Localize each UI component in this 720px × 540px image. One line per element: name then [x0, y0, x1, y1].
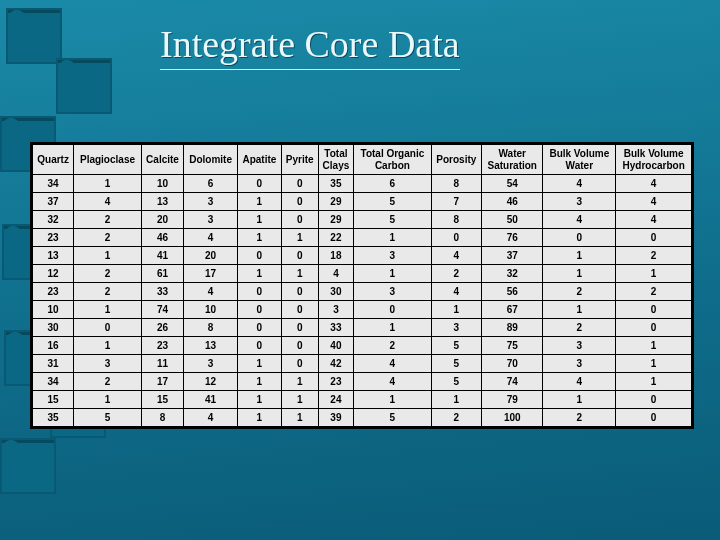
column-header: Plagioclase: [74, 145, 142, 175]
table-cell: 2: [543, 409, 616, 427]
table-cell: 3: [543, 355, 616, 373]
table-cell: 3: [354, 247, 431, 265]
table-cell: 26: [141, 319, 184, 337]
table-cell: 23: [33, 229, 74, 247]
table-cell: 3: [354, 283, 431, 301]
table-cell: 41: [141, 247, 184, 265]
table-cell: 4: [616, 175, 692, 193]
table-cell: 1: [237, 355, 281, 373]
table-cell: 29: [318, 211, 354, 229]
table-cell: 4: [543, 175, 616, 193]
table-cell: 1: [74, 301, 142, 319]
table-cell: 8: [184, 319, 238, 337]
table-cell: 30: [33, 319, 74, 337]
table-cell: 2: [431, 409, 482, 427]
table-cell: 5: [354, 211, 431, 229]
table-cell: 54: [482, 175, 543, 193]
table-cell: 0: [237, 337, 281, 355]
table-cell: 50: [482, 211, 543, 229]
table-cell: 1: [74, 391, 142, 409]
table-cell: 32: [482, 265, 543, 283]
table-cell: 32: [33, 211, 74, 229]
table-cell: 4: [431, 247, 482, 265]
table-cell: 29: [318, 193, 354, 211]
table-row: 1226117114123211: [33, 265, 692, 283]
table-cell: 75: [482, 337, 543, 355]
column-header: WaterSaturation: [482, 145, 543, 175]
table-cell: 22: [318, 229, 354, 247]
table-row: 16123130040257531: [33, 337, 692, 355]
table-cell: 0: [281, 247, 318, 265]
table-cell: 23: [141, 337, 184, 355]
page-title-text: Integrate Core Data: [160, 23, 460, 70]
table-cell: 100: [482, 409, 543, 427]
table-cell: 6: [184, 175, 238, 193]
table-cell: 5: [74, 409, 142, 427]
table-cell: 0: [281, 193, 318, 211]
table-row: 34217121123457441: [33, 373, 692, 391]
table-cell: 3: [318, 301, 354, 319]
table-cell: 1: [237, 409, 281, 427]
table-cell: 1: [431, 391, 482, 409]
table-cell: 37: [33, 193, 74, 211]
table-row: 2323340030345622: [33, 283, 692, 301]
table-cell: 67: [482, 301, 543, 319]
table-cell: 5: [354, 193, 431, 211]
table-cell: 0: [74, 319, 142, 337]
table-cell: 3: [184, 211, 238, 229]
table-cell: 4: [616, 211, 692, 229]
table-cell: 0: [431, 229, 482, 247]
table-cell: 0: [543, 229, 616, 247]
column-header: Calcite: [141, 145, 184, 175]
table-cell: 89: [482, 319, 543, 337]
table-cell: 0: [616, 391, 692, 409]
table-cell: 1: [616, 265, 692, 283]
table-cell: 4: [543, 211, 616, 229]
table-cell: 5: [431, 373, 482, 391]
table-row: 3558411395210020: [33, 409, 692, 427]
table-row: 13141200018343712: [33, 247, 692, 265]
table-cell: 4: [74, 193, 142, 211]
table-cell: 1: [354, 391, 431, 409]
table-cell: 4: [184, 229, 238, 247]
table-cell: 2: [74, 229, 142, 247]
table-cell: 0: [616, 409, 692, 427]
table-cell: 33: [141, 283, 184, 301]
table-cell: 1: [237, 193, 281, 211]
table-cell: 6: [354, 175, 431, 193]
table-cell: 0: [237, 301, 281, 319]
table-cell: 34: [33, 175, 74, 193]
table-cell: 0: [616, 319, 692, 337]
table-cell: 33: [318, 319, 354, 337]
table-cell: 1: [543, 247, 616, 265]
table-cell: 4: [354, 355, 431, 373]
table-cell: 0: [237, 175, 281, 193]
table-cell: 4: [184, 409, 238, 427]
table-cell: 8: [141, 409, 184, 427]
column-header: TotalClays: [318, 145, 354, 175]
table-cell: 2: [74, 211, 142, 229]
table-cell: 2: [543, 283, 616, 301]
table-row: 3131131042457031: [33, 355, 692, 373]
column-header: Pyrite: [281, 145, 318, 175]
table-cell: 17: [141, 373, 184, 391]
table-cell: 41: [184, 391, 238, 409]
table-cell: 1: [616, 337, 692, 355]
table-cell: 56: [482, 283, 543, 301]
table-body: 3411060035685444374133102957463432220310…: [33, 175, 692, 427]
table-cell: 1: [543, 391, 616, 409]
table-cell: 31: [33, 355, 74, 373]
table-cell: 5: [431, 355, 482, 373]
table-cell: 74: [141, 301, 184, 319]
table-row: 3002680033138920: [33, 319, 692, 337]
table-cell: 10: [141, 175, 184, 193]
table-cell: 2: [74, 283, 142, 301]
table-cell: 40: [318, 337, 354, 355]
table-header: QuartzPlagioclaseCalciteDolomiteApatiteP…: [33, 145, 692, 175]
table-cell: 1: [281, 229, 318, 247]
table-cell: 4: [318, 265, 354, 283]
table-cell: 1: [354, 265, 431, 283]
table-cell: 4: [184, 283, 238, 301]
table-cell: 18: [318, 247, 354, 265]
table-cell: 1: [543, 301, 616, 319]
